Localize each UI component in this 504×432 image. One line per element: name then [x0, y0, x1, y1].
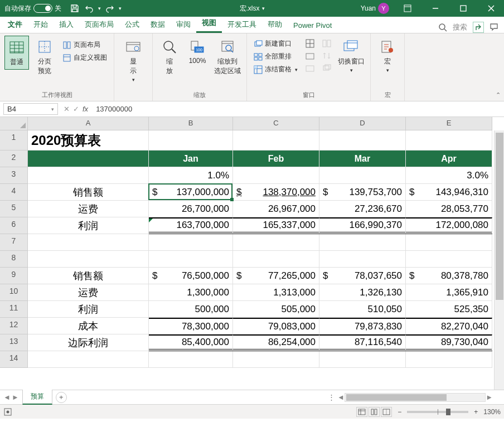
new-window-button[interactable]: 新建窗口 [251, 38, 300, 50]
row-header-8[interactable]: 8 [0, 251, 27, 268]
view-side-by-side-button[interactable] [320, 38, 333, 49]
cell-D2[interactable]: Mar [319, 151, 406, 167]
tab-power-pivot[interactable]: Power Pivot [288, 18, 337, 33]
cell-C10[interactable]: 1,313,000 [233, 284, 319, 301]
zoom-in-icon[interactable]: + [474, 408, 478, 416]
split-button[interactable] [303, 38, 317, 49]
cell-D10[interactable]: 1,326,130 [319, 284, 406, 301]
cancel-formula-icon[interactable]: ✕ [64, 105, 70, 113]
cell-A8[interactable] [28, 251, 149, 268]
cell-C9[interactable]: $77,265,000 [233, 268, 319, 284]
sync-scroll-button[interactable] [320, 50, 333, 61]
chevron-right-icon[interactable]: ► [486, 393, 493, 401]
cell-A14[interactable] [28, 351, 149, 368]
chevron-down-icon[interactable]: ▾ [98, 6, 101, 11]
scroll-thumb[interactable] [496, 133, 503, 300]
cell-C7[interactable] [233, 234, 319, 251]
cell-C2[interactable]: Feb [233, 151, 319, 167]
row-header-10[interactable]: 10 [0, 284, 27, 301]
cell-B13[interactable]: 85,400,000 [149, 334, 233, 351]
zoom-out-icon[interactable]: − [398, 408, 401, 416]
macros-button[interactable]: 宏 ▾ [375, 36, 400, 75]
cell-C14[interactable] [233, 351, 319, 368]
maximize-icon[interactable] [450, 0, 476, 17]
column-header-B[interactable]: B [149, 117, 233, 130]
cell-E9[interactable]: $80,378,780 [406, 268, 492, 284]
cell-D12[interactable]: 79,873,830 [319, 318, 406, 334]
split-handle[interactable]: ⋮ [326, 393, 337, 401]
cell-D8[interactable] [319, 251, 406, 268]
cell-E1[interactable] [406, 130, 492, 151]
cell-D6[interactable]: 166,990,370 [319, 217, 406, 234]
cell-D4[interactable]: $139,753,700 [319, 184, 406, 201]
cell-B6[interactable]: 163,700,000 [149, 217, 233, 234]
chevron-left-icon[interactable]: ◄ [3, 393, 11, 401]
cell-C8[interactable] [233, 251, 319, 268]
search-label[interactable]: 搜索 [453, 22, 467, 32]
cell-B14[interactable] [149, 351, 233, 368]
chevron-down-icon[interactable]: ▾ [119, 6, 122, 11]
scroll-thumb[interactable] [346, 394, 447, 401]
row-header-5[interactable]: 5 [0, 201, 27, 217]
tab-help[interactable]: 帮助 [262, 16, 288, 33]
cell-E7[interactable] [406, 234, 492, 251]
close-icon[interactable] [478, 0, 504, 17]
zoom-100-button[interactable]: 100 100% [185, 36, 210, 67]
page-break-preview-button[interactable]: 分页 预览 [32, 36, 57, 78]
row-header-4[interactable]: 4 [0, 184, 27, 201]
row-header-6[interactable]: 6 [0, 217, 27, 234]
cell-E12[interactable]: 82,270,040 [406, 318, 492, 334]
cell-D13[interactable]: 87,116,540 [319, 334, 406, 351]
name-box[interactable]: B4 ▾ [3, 103, 58, 115]
custom-views-button[interactable]: 自定义视图 [60, 52, 109, 64]
page-layout-button[interactable]: 页面布局 [60, 39, 109, 51]
cell-D7[interactable] [319, 234, 406, 251]
user-avatar[interactable]: Y [378, 3, 389, 14]
cell-C11[interactable]: 505,000 [233, 301, 319, 318]
cell-B11[interactable]: 500,000 [149, 301, 233, 318]
macro-record-icon[interactable] [3, 407, 12, 416]
cell-B2[interactable]: Jan [149, 151, 233, 167]
autosave-toggle[interactable]: 自动保存 关 [4, 4, 61, 13]
cell-D1[interactable] [319, 130, 406, 151]
cell-B7[interactable] [149, 234, 233, 251]
cell-A1[interactable]: 2020预算表 [28, 130, 149, 151]
chevron-down-icon[interactable]: ▾ [51, 106, 54, 112]
cell-D9[interactable]: $78,037,650 [319, 268, 406, 284]
save-icon[interactable] [69, 3, 80, 14]
cell-B10[interactable]: 1,300,000 [149, 284, 233, 301]
horizontal-scrollbar[interactable] [345, 393, 486, 402]
cell-B1[interactable] [149, 130, 233, 151]
cell-C4[interactable]: $138,370,000 [233, 184, 319, 201]
share-button[interactable] [473, 22, 484, 33]
formula-input[interactable]: 137000000 [93, 104, 504, 114]
zoom-level-label[interactable]: 130% [483, 408, 501, 416]
zoom-selection-button[interactable]: 缩放到 选定区域 [213, 36, 242, 78]
redo-icon[interactable] [104, 3, 115, 14]
cell-A4[interactable]: 销售额 [28, 184, 149, 201]
tab-file[interactable]: 文件 [2, 16, 28, 33]
tab-page-layout[interactable]: 页面布局 [79, 16, 119, 33]
select-all-corner[interactable] [0, 117, 28, 130]
tab-formulas[interactable]: 公式 [119, 16, 145, 33]
tab-developer[interactable]: 开发工具 [222, 16, 262, 33]
row-header-2[interactable]: 2 [0, 151, 27, 167]
cell-A2[interactable] [28, 151, 149, 167]
cell-A11[interactable]: 利润 [28, 301, 149, 318]
cell-E10[interactable]: 1,365,910 [406, 284, 492, 301]
chevron-left-icon[interactable]: ◄ [337, 393, 345, 401]
cell-A10[interactable]: 运费 [28, 284, 149, 301]
cell-B4[interactable]: $137,000,000 [149, 184, 233, 201]
cell-E6[interactable]: 172,000,080 [406, 217, 492, 234]
chevron-down-icon[interactable]: ▾ [262, 6, 265, 11]
cell-A6[interactable]: 利润 [28, 217, 149, 234]
cell-E14[interactable] [406, 351, 492, 368]
zoom-button[interactable]: 缩 放 [157, 36, 182, 78]
cell-A12[interactable]: 成本 [28, 318, 149, 334]
tab-view[interactable]: 视图 [196, 14, 222, 33]
unhide-button[interactable] [303, 62, 317, 74]
cell-E5[interactable]: 28,053,770 [406, 201, 492, 217]
column-header-E[interactable]: E [406, 117, 492, 130]
row-header-12[interactable]: 12 [0, 318, 27, 334]
cell-B9[interactable]: $76,500,000 [149, 268, 233, 284]
